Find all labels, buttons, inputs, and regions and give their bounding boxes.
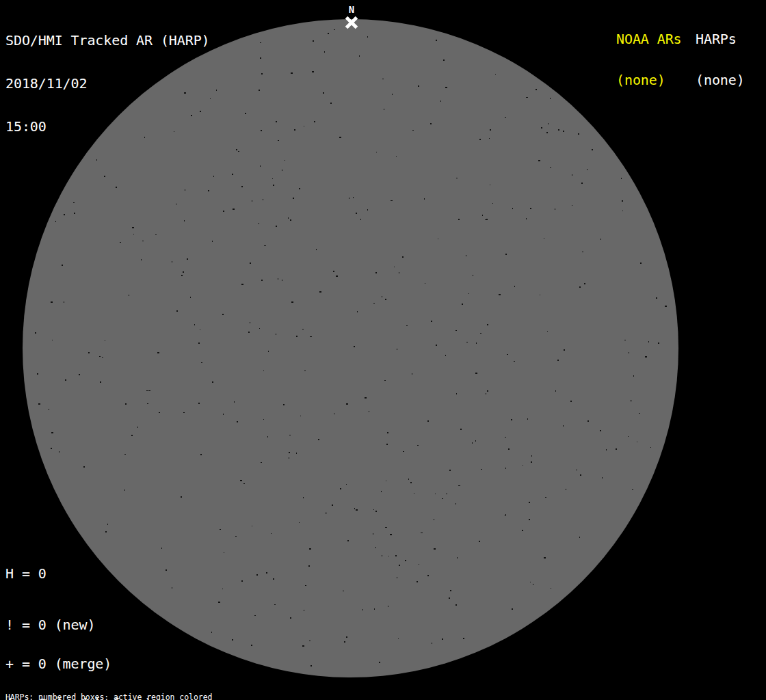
sunspot-speckle bbox=[250, 322, 250, 323]
harps-label: HARPs bbox=[696, 32, 745, 46]
sunspot-speckle bbox=[391, 200, 393, 201]
sunspot-speckle bbox=[334, 414, 335, 414]
sunspot-speckle bbox=[592, 149, 593, 150]
sunspot-speckle bbox=[172, 261, 172, 262]
sunspot-speckle bbox=[172, 587, 172, 589]
sunspot-speckle bbox=[312, 71, 314, 72]
sunspot-speckle bbox=[505, 468, 506, 469]
sunspot-speckle bbox=[65, 379, 66, 381]
page-title: SDO/HMI Tracked AR (HARP) bbox=[5, 33, 210, 48]
sunspot-speckle bbox=[427, 575, 429, 576]
sunspot-speckle bbox=[530, 582, 531, 582]
sunspot-speckle bbox=[385, 299, 386, 300]
sunspot-speckle bbox=[346, 403, 348, 405]
sunspot-speckle bbox=[630, 401, 632, 401]
observation-date: 2018/11/02 bbox=[5, 77, 210, 91]
sunspot-speckle bbox=[546, 132, 548, 133]
sunspot-speckle bbox=[402, 256, 404, 258]
sunspot-speckle bbox=[211, 632, 212, 633]
sunspot-speckle bbox=[328, 33, 329, 34]
sunspot-speckle bbox=[369, 411, 369, 412]
sunspot-speckle bbox=[499, 294, 501, 295]
sunspot-speckle bbox=[313, 40, 314, 42]
sunspot-speckle bbox=[417, 445, 419, 446]
sunspot-speckle bbox=[472, 442, 473, 444]
sunspot-speckle bbox=[302, 329, 304, 329]
sunspot-speckle bbox=[220, 529, 221, 530]
sunspot-speckle bbox=[359, 55, 360, 57]
sunspot-speckle bbox=[356, 213, 357, 214]
sunspot-speckle bbox=[266, 572, 267, 574]
sunspot-speckle bbox=[440, 100, 441, 102]
sunspot-speckle bbox=[397, 577, 397, 578]
sunspot-speckle bbox=[261, 462, 262, 463]
sunspot-speckle bbox=[473, 275, 473, 276]
sunspot-speckle bbox=[622, 211, 623, 211]
sunspot-speckle bbox=[522, 530, 523, 531]
sunspot-speckle bbox=[62, 265, 63, 266]
sunspot-speckle bbox=[308, 565, 310, 567]
sunspot-speckle bbox=[37, 373, 38, 375]
sunspot-speckle bbox=[505, 437, 506, 438]
sunspot-speckle bbox=[282, 170, 282, 171]
sunspot-speckle bbox=[290, 617, 291, 619]
sunspot-speckle bbox=[51, 301, 53, 303]
sunspot-speckle bbox=[325, 513, 327, 513]
sunspot-speckle bbox=[455, 604, 457, 606]
harps-value: (none) bbox=[696, 73, 745, 87]
sunspot-speckle bbox=[185, 189, 185, 191]
sunspot-speckle bbox=[268, 351, 269, 352]
sunspot-speckle bbox=[250, 262, 251, 264]
sunspot-speckle bbox=[310, 336, 312, 337]
sunspot-speckle bbox=[260, 165, 261, 167]
sunspot-speckle bbox=[557, 360, 559, 361]
sunspot-speckle bbox=[489, 138, 490, 139]
sunspot-speckle bbox=[360, 219, 361, 220]
sunspot-speckle bbox=[283, 404, 285, 405]
sunspot-speckle bbox=[392, 94, 393, 95]
sunspot-speckle bbox=[291, 301, 293, 303]
sunspot-speckle bbox=[388, 606, 388, 607]
sunspot-speckle bbox=[296, 453, 297, 454]
sunspot-speckle bbox=[272, 178, 273, 179]
sunspot-speckle bbox=[212, 381, 213, 383]
sunspot-speckle bbox=[273, 185, 274, 186]
sunspot-speckle bbox=[356, 509, 358, 511]
sunspot-speckle bbox=[544, 238, 544, 239]
sunspot-speckle bbox=[51, 448, 52, 449]
sunspot-speckle bbox=[299, 188, 300, 189]
noaa-ars-value: (none) bbox=[616, 73, 682, 87]
sunspot-speckle bbox=[523, 465, 523, 466]
sunspot-speckle bbox=[443, 59, 445, 61]
sunspot-speckle bbox=[339, 137, 341, 138]
sunspot-speckle bbox=[434, 548, 436, 550]
sunspot-speckle bbox=[476, 342, 477, 344]
sunspot-speckle bbox=[146, 390, 148, 391]
sunspot-speckle bbox=[190, 297, 191, 298]
sunspot-speckle bbox=[449, 470, 451, 471]
sunspot-speckle bbox=[505, 515, 505, 516]
sunspot-speckle bbox=[394, 267, 395, 267]
sunspot-speckle bbox=[49, 409, 49, 410]
sunspot-speckle bbox=[487, 390, 488, 392]
sunspot-speckle bbox=[373, 303, 375, 304]
sunspot-speckle bbox=[288, 217, 289, 219]
sunspot-speckle bbox=[442, 638, 443, 640]
sunspot-speckle bbox=[600, 430, 601, 431]
sunspot-speckle bbox=[458, 485, 460, 486]
sunspot-speckle bbox=[100, 381, 101, 383]
sunspot-speckle bbox=[505, 514, 506, 515]
sunspot-speckle bbox=[147, 403, 148, 404]
sunspot-speckle bbox=[285, 160, 285, 161]
sunspot-speckle bbox=[166, 569, 167, 571]
sunspot-speckle bbox=[414, 493, 414, 494]
sunspot-speckle bbox=[289, 435, 291, 435]
sunspot-speckle bbox=[198, 342, 200, 344]
sunspot-speckle bbox=[259, 223, 259, 224]
sunspot-speckle bbox=[386, 481, 386, 481]
sunspot-speckle bbox=[550, 98, 551, 99]
sunspot-speckle bbox=[184, 220, 185, 221]
sunspot-speckle bbox=[385, 527, 387, 528]
sunspot-speckle bbox=[530, 208, 531, 209]
sunspot-speckle bbox=[79, 374, 80, 375]
